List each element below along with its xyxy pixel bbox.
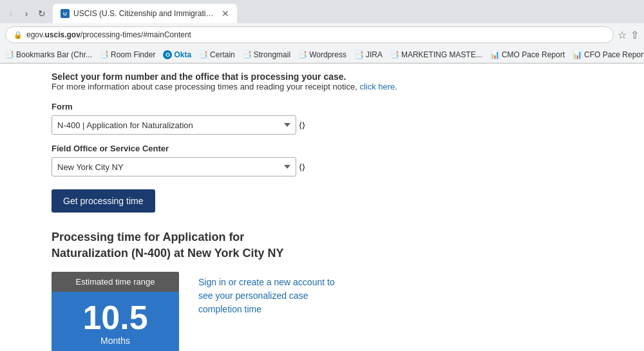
bookmark-room-finder[interactable]: 📑 Room Finder	[100, 50, 155, 59]
bookmark-bar-icon: 📑	[5, 50, 14, 59]
bookmark-bar-text: Bookmarks Bar (Chr...	[16, 50, 92, 59]
address-prefix: egov.	[26, 30, 44, 39]
address-input[interactable]: 🔒 egov.uscis.gov/processing-times/#mainC…	[5, 26, 614, 43]
field-office-section: Field Office or Service Center New York …	[52, 144, 592, 176]
bookmark-jira[interactable]: 📑 JIRA	[354, 50, 383, 59]
page-intro-note: For more information about case processi…	[52, 82, 357, 91]
bookmark-cmo[interactable]: 📊 CMO Pace Report	[490, 50, 565, 59]
field-office-select-wrapper: New York City NY	[52, 157, 305, 176]
results-cards: Estimated time range 10.5 Months to 17.5…	[52, 272, 592, 351]
jira-icon: 📑	[354, 50, 364, 59]
wordpress-icon: 📑	[298, 50, 307, 59]
card-body: 10.5 Months to 17.5 Months	[52, 292, 179, 351]
bookmark-okta[interactable]: O Okta	[163, 50, 191, 59]
okta-icon: O	[163, 50, 172, 59]
bookmark-bar-label: 📑 Bookmarks Bar (Chr...	[5, 50, 92, 59]
page-intro-title: Select your form number and the office t…	[52, 71, 346, 82]
click-here-link[interactable]: click here	[359, 82, 395, 91]
certain-icon: 📑	[199, 50, 208, 59]
bookmark-star-button[interactable]: ☆	[618, 29, 627, 41]
field-office-label: Field Office or Service Center	[52, 144, 592, 153]
field-office-select[interactable]: New York City NY	[52, 157, 296, 176]
cmo-icon: 📊	[490, 50, 500, 59]
card-header: Estimated time range	[52, 272, 179, 292]
address-bar: 🔒 egov.uscis.gov/processing-times/#mainC…	[0, 23, 644, 46]
active-tab[interactable]: U USCIS (U.S. Citizenship and Immigratio…	[53, 4, 237, 23]
form-section: Form N-400 | Application for Naturalizat…	[52, 102, 592, 135]
sign-in-link[interactable]: Sign in or create a new account to see y…	[198, 276, 340, 316]
form-label: Form	[52, 102, 592, 111]
bookmark-certain[interactable]: 📑 Certain	[199, 50, 235, 59]
get-processing-time-button[interactable]: Get processing time	[52, 189, 155, 213]
room-finder-icon: 📑	[100, 50, 109, 59]
forward-button[interactable]: ›	[19, 6, 33, 21]
nav-buttons: ‹ › ↻	[4, 6, 49, 21]
address-domain: uscis.gov	[44, 30, 80, 39]
tab-close-button[interactable]: ✕	[222, 8, 229, 19]
time-range-card: Estimated time range 10.5 Months to 17.5…	[52, 272, 179, 351]
form-select[interactable]: N-400 | Application for Naturalization	[52, 115, 296, 135]
address-text: egov.uscis.gov/processing-times/#mainCon…	[26, 30, 191, 39]
strongmail-icon: 📑	[243, 50, 252, 59]
browser-chrome: ‹ › ↻ U USCIS (U.S. Citizenship and Immi…	[0, 0, 644, 64]
back-button[interactable]: ‹	[4, 6, 18, 21]
bookmark-wordpress[interactable]: 📑 Wordpress	[298, 50, 346, 59]
lock-icon: 🔒	[14, 31, 23, 39]
time1-unit: Months	[52, 336, 179, 346]
bookmark-marketing[interactable]: 📑 MARKETING MASTE...	[390, 50, 482, 59]
reload-button[interactable]: ↻	[35, 6, 49, 21]
page-content: Select your form number and the office t…	[0, 64, 644, 351]
share-button[interactable]: ⇧	[630, 29, 639, 41]
bookmark-strongmail[interactable]: 📑 Strongmail	[243, 50, 290, 59]
page-intro: Select your form number and the office t…	[52, 71, 592, 91]
bookmark-cfo[interactable]: 📊 CFO Pace Report	[573, 50, 644, 59]
tab-title: USCIS (U.S. Citizenship and Immigration …	[73, 9, 215, 18]
cfo-icon: 📊	[573, 50, 582, 59]
marketing-icon: 📑	[390, 50, 399, 59]
results-section: Processing time for Application for Natu…	[52, 229, 592, 351]
bookmarks-bar: 📑 Bookmarks Bar (Chr... 📑 Room Finder O …	[0, 46, 644, 63]
results-right: Sign in or create a new account to see y…	[198, 272, 340, 316]
results-title: Processing time for Application for Natu…	[52, 229, 309, 261]
time1-value: 10.5	[52, 301, 179, 334]
form-select-wrapper: N-400 | Application for Naturalization	[52, 115, 305, 135]
address-path: /processing-times/#mainContent	[80, 30, 191, 39]
tab-favicon: U	[61, 9, 70, 18]
tab-bar: ‹ › ↻ U USCIS (U.S. Citizenship and Immi…	[0, 0, 644, 23]
